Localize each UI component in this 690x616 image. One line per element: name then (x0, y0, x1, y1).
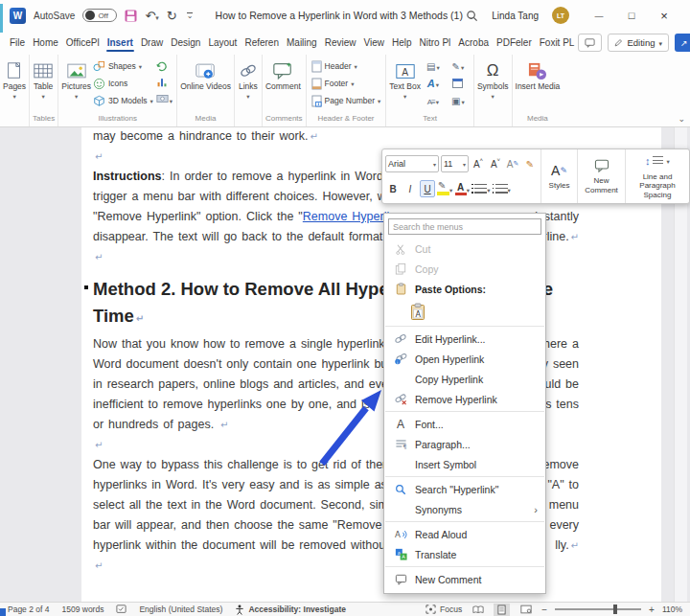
object-button[interactable] (446, 92, 471, 109)
language-indicator[interactable]: English (United States) (139, 605, 222, 614)
hyperlink-text[interactable]: Remove Hyperlin (303, 210, 396, 223)
collapse-ribbon-icon[interactable] (678, 114, 685, 124)
menu-item-synonyms[interactable]: Synonyms (384, 499, 545, 519)
tab-nitro[interactable]: Nitro Pl (416, 34, 455, 52)
menu-search-input[interactable] (388, 218, 541, 235)
tab-references[interactable]: Referen (241, 34, 283, 52)
tab-pdfelement[interactable]: PDFeler (493, 34, 536, 52)
minimize-button[interactable] (583, 10, 615, 21)
wordart-button[interactable] (421, 75, 446, 92)
close-button[interactable] (648, 9, 680, 23)
accessibility-status[interactable]: Accessibility: Investigate (235, 605, 346, 615)
font-size-combobox[interactable]: 11 (441, 155, 469, 172)
menu-item-remove-hyperlink[interactable]: Remove Hyperlink (384, 389, 545, 409)
maximize-button[interactable] (615, 10, 648, 21)
numbering-button[interactable] (493, 180, 511, 197)
pictures-button[interactable]: Pictures (61, 57, 91, 102)
read-mode-button[interactable] (470, 604, 486, 616)
tab-officepl[interactable]: OfficePl (62, 34, 104, 52)
new-comment-button[interactable]: New Comment (578, 149, 626, 203)
menu-item-search-hyperlink[interactable]: Search "Hyperlink" (384, 479, 545, 499)
tab-design[interactable]: Design (167, 34, 204, 52)
tab-file[interactable]: File (6, 34, 29, 52)
comment-button[interactable]: Comment (265, 57, 301, 92)
word-count[interactable]: 1509 words (61, 605, 104, 614)
line-spacing-button[interactable]: Line and Paragraph Spacing (626, 149, 689, 203)
symbols-button[interactable]: Symbols (477, 57, 509, 102)
grow-font-button[interactable] (471, 155, 486, 172)
header-button[interactable]: Header (310, 57, 383, 75)
highlight-color-button[interactable] (437, 180, 452, 197)
zoom-slider[interactable] (555, 608, 641, 610)
undo-button[interactable]: ▾ (145, 10, 158, 22)
menu-item-paragraph[interactable]: ¶ Paragraph... (384, 434, 545, 454)
pages-button[interactable]: Pages (3, 57, 26, 102)
zoom-level[interactable]: 110% (662, 605, 682, 614)
tab-layout[interactable]: Layout (204, 34, 241, 52)
proofing-icon[interactable] (116, 605, 126, 614)
menu-item-open-hyperlink[interactable]: i Open Hyperlink (384, 349, 545, 369)
web-layout-button[interactable] (518, 604, 534, 616)
text-box-button[interactable]: A Text Box (389, 57, 421, 102)
editing-mode-button[interactable]: Editing (608, 34, 669, 52)
menu-item-translate[interactable]: aA Translate (384, 544, 545, 564)
shapes-button[interactable]: Shapes (91, 57, 155, 75)
page-indicator[interactable]: Page 2 of 4 (8, 605, 49, 614)
avatar[interactable]: LT (552, 7, 569, 24)
paste-keep-text-button[interactable]: A (384, 299, 545, 324)
text-effects-button[interactable] (505, 155, 520, 172)
insert-media-button[interactable]: Insert Media (516, 57, 561, 92)
signature-line-button[interactable] (446, 57, 471, 75)
font-name-combobox[interactable]: Arial (385, 155, 439, 172)
reuse-files-button[interactable] (156, 59, 172, 73)
tab-view[interactable]: View (359, 34, 388, 52)
tab-draw[interactable]: Draw (137, 34, 167, 52)
footer-button[interactable]: Footer (310, 75, 383, 92)
menu-item-font[interactable]: Font... (384, 414, 545, 434)
format-painter-button[interactable] (522, 155, 538, 172)
customize-quick-access-icon[interactable] (187, 12, 194, 19)
user-name[interactable]: Linda Tang (492, 11, 539, 21)
tab-insert[interactable]: Insert (104, 34, 137, 52)
menu-item-copy-hyperlink[interactable]: Copy Hyperlink (384, 369, 545, 389)
zoom-in-button[interactable]: + (649, 605, 655, 615)
links-button[interactable]: Links (238, 57, 259, 102)
tab-acrobat[interactable]: Acroba (454, 34, 493, 52)
tab-help[interactable]: Help (388, 34, 416, 52)
italic-button[interactable]: I (402, 180, 418, 197)
comments-toggle-button[interactable] (578, 34, 602, 52)
menu-item-edit-hyperlink[interactable]: Edit Hyperlink... (384, 329, 545, 349)
3d-models-button[interactable]: 3D Models (91, 92, 155, 109)
font-color-button[interactable] (454, 180, 470, 197)
redo-button[interactable] (167, 10, 177, 22)
tab-foxit[interactable]: Foxit PL (536, 34, 579, 52)
page-number-button[interactable]: Page Number (310, 92, 383, 109)
zoom-out-button[interactable]: − (541, 605, 547, 615)
tab-review[interactable]: Review (321, 34, 360, 52)
tab-mailings[interactable]: Mailing (283, 34, 321, 52)
zoom-slider-knob[interactable] (613, 605, 617, 614)
chart-button[interactable] (156, 76, 172, 89)
document-title[interactable]: How to Remove a Hyperlink in Word with 3… (216, 0, 475, 31)
drop-cap-button[interactable] (421, 92, 446, 109)
menu-item-insert-symbol[interactable]: Insert Symbol (384, 454, 545, 474)
autosave-toggle[interactable]: Off (82, 9, 117, 22)
bold-button[interactable]: B (385, 180, 401, 197)
date-time-button[interactable] (446, 75, 471, 92)
menu-item-new-comment[interactable]: New Comment (384, 569, 545, 589)
online-videos-button[interactable]: Online Videos (180, 57, 231, 92)
focus-mode-button[interactable]: Focus (426, 605, 462, 614)
tab-home[interactable]: Home (29, 34, 62, 52)
table-button[interactable]: Table (33, 57, 54, 102)
save-icon[interactable] (125, 10, 137, 22)
share-button[interactable] (675, 34, 690, 52)
styles-button[interactable]: Styles (541, 149, 578, 203)
icons-button[interactable]: Icons (91, 75, 155, 92)
screenshot-button[interactable] (156, 92, 172, 105)
shrink-font-button[interactable] (488, 155, 503, 172)
print-layout-button[interactable] (494, 604, 510, 616)
bullets-button[interactable] (472, 180, 490, 197)
underline-button[interactable]: U (420, 180, 435, 197)
quick-parts-button[interactable] (421, 57, 446, 75)
menu-item-read-aloud[interactable]: A Read Aloud (384, 524, 545, 544)
